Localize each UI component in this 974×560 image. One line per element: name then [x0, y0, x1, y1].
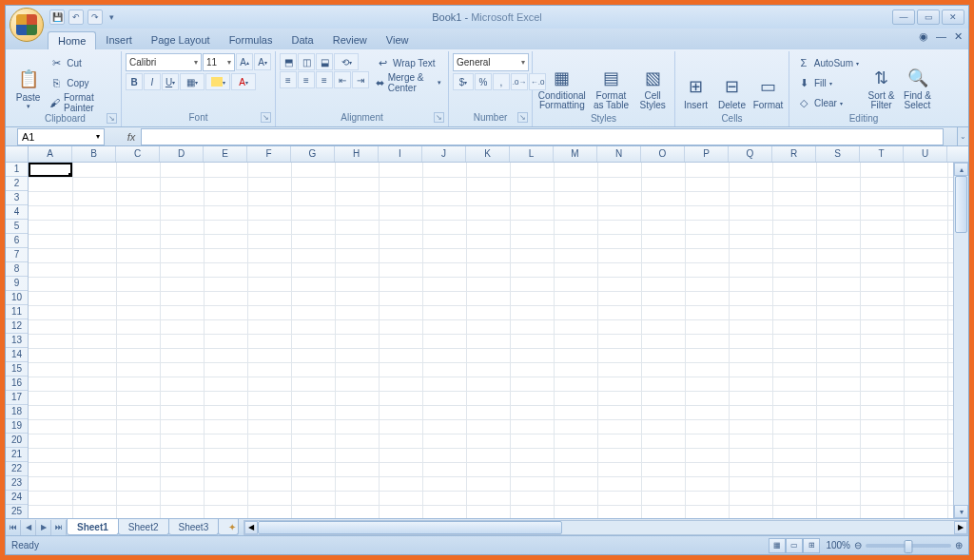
row-header-15[interactable]: 15 [6, 362, 28, 377]
column-header-L[interactable]: L [510, 146, 554, 162]
cell-styles-button[interactable]: ▧Cell Styles [634, 53, 671, 112]
column-header-I[interactable]: I [379, 146, 422, 162]
orientation-button[interactable]: ⟲▾ [334, 53, 359, 70]
align-bottom-button[interactable]: ⬓ [316, 53, 333, 70]
shrink-font-button[interactable]: A▾ [254, 53, 271, 70]
column-header-K[interactable]: K [466, 146, 510, 162]
row-header-3[interactable]: 3 [6, 191, 28, 205]
column-header-D[interactable]: D [160, 146, 204, 162]
hscroll-thumb[interactable] [258, 521, 562, 534]
last-sheet-button[interactable]: ⏭ [51, 520, 67, 535]
clipboard-dialog-launcher[interactable]: ↘ [107, 113, 117, 124]
new-sheet-button[interactable]: ✦ [218, 519, 239, 535]
grow-font-button[interactable]: A▴ [236, 53, 253, 70]
column-header-G[interactable]: G [291, 146, 335, 162]
column-header-J[interactable]: J [422, 146, 466, 162]
row-header-14[interactable]: 14 [6, 348, 28, 362]
sheet-tab-sheet2[interactable]: Sheet2 [118, 519, 169, 535]
number-dialog-launcher[interactable]: ↘ [517, 112, 528, 123]
qat-undo[interactable]: ↶ [68, 10, 84, 25]
tab-home[interactable]: Home [48, 31, 96, 49]
row-header-4[interactable]: 4 [6, 205, 28, 220]
tab-view[interactable]: View [377, 31, 419, 49]
minimize-button[interactable]: — [892, 10, 915, 25]
scroll-right-arrow[interactable]: ▶ [954, 521, 967, 534]
format-as-table-button[interactable]: ▤Format as Table [591, 53, 633, 112]
find-select-button[interactable]: 🔍Find & Select [901, 53, 934, 112]
tab-insert[interactable]: Insert [96, 31, 142, 49]
maximize-button[interactable]: ▭ [917, 10, 940, 25]
row-header-20[interactable]: 20 [6, 434, 28, 448]
accounting-button[interactable]: $▾ [453, 73, 474, 90]
fx-icon[interactable]: fx [124, 131, 139, 143]
column-header-H[interactable]: H [335, 146, 379, 162]
vertical-scrollbar[interactable]: ▴ ▾ [953, 163, 968, 518]
tab-page-layout[interactable]: Page Layout [142, 31, 220, 49]
insert-cells-button[interactable]: ⊞Insert [679, 53, 712, 112]
comma-button[interactable]: , [493, 73, 510, 90]
sort-filter-button[interactable]: ⇅Sort & Filter [865, 53, 898, 112]
align-top-button[interactable]: ⬒ [280, 53, 297, 70]
row-header-11[interactable]: 11 [6, 305, 28, 319]
delete-cells-button[interactable]: ⊟Delete [715, 53, 749, 112]
qat-redo[interactable]: ↷ [88, 10, 103, 25]
scroll-left-arrow[interactable]: ◀ [244, 521, 258, 534]
scroll-up-arrow[interactable]: ▴ [954, 163, 968, 176]
row-header-17[interactable]: 17 [6, 391, 28, 405]
row-header-8[interactable]: 8 [6, 262, 28, 277]
row-header-6[interactable]: 6 [6, 234, 28, 248]
copy-button[interactable]: ⎘Copy [46, 73, 117, 92]
row-header-12[interactable]: 12 [6, 319, 28, 334]
row-header-2[interactable]: 2 [6, 177, 28, 191]
number-format-combo[interactable]: General▾ [453, 53, 529, 71]
column-header-A[interactable]: A [29, 146, 72, 162]
row-header-24[interactable]: 24 [6, 491, 28, 505]
row-header-25[interactable]: 25 [6, 505, 28, 518]
row-header-19[interactable]: 19 [6, 419, 28, 434]
select-all-corner[interactable] [6, 146, 29, 162]
column-header-M[interactable]: M [554, 146, 597, 162]
column-header-E[interactable]: E [204, 146, 247, 162]
fill-button[interactable]: ⬇Fill▾ [793, 73, 862, 92]
close-button[interactable]: ✕ [942, 10, 964, 25]
column-header-U[interactable]: U [904, 146, 947, 162]
page-layout-view-button[interactable]: ▭ [786, 538, 803, 553]
zoom-in-button[interactable]: ⊕ [955, 540, 963, 550]
name-box[interactable]: A1▾ [17, 128, 105, 145]
row-header-16[interactable]: 16 [6, 377, 28, 391]
italic-button[interactable]: I [144, 73, 161, 90]
sheet-tab-sheet3[interactable]: Sheet3 [168, 519, 220, 535]
underline-button[interactable]: U▾ [162, 73, 179, 90]
row-header-7[interactable]: 7 [6, 248, 28, 262]
next-sheet-button[interactable]: ▶ [36, 520, 51, 535]
prev-sheet-button[interactable]: ◀ [21, 520, 36, 535]
autosum-button[interactable]: ΣAutoSum▾ [793, 53, 862, 72]
help-icon[interactable]: ◉ [919, 30, 928, 43]
column-header-S[interactable]: S [816, 146, 860, 162]
column-header-F[interactable]: F [247, 146, 291, 162]
row-header-22[interactable]: 22 [6, 462, 28, 476]
align-center-button[interactable]: ≡ [298, 71, 315, 88]
tab-review[interactable]: Review [323, 31, 377, 49]
ribbon-minimize-icon[interactable]: — [936, 30, 946, 43]
horizontal-scrollbar[interactable]: ◀ ▶ [244, 520, 968, 535]
column-header-R[interactable]: R [772, 146, 816, 162]
row-header-21[interactable]: 21 [6, 448, 28, 462]
align-right-button[interactable]: ≡ [316, 71, 333, 88]
font-family-combo[interactable]: Calibri▾ [126, 53, 202, 71]
page-break-view-button[interactable]: ⊞ [803, 538, 820, 553]
first-sheet-button[interactable]: ⏮ [6, 520, 21, 535]
font-size-combo[interactable]: 11▾ [203, 53, 235, 71]
merge-center-button[interactable]: ⬌Merge & Center▾ [372, 73, 444, 92]
row-header-1[interactable]: 1 [6, 163, 28, 177]
normal-view-button[interactable]: ▦ [769, 538, 786, 553]
column-header-Q[interactable]: Q [729, 146, 772, 162]
column-header-B[interactable]: B [72, 146, 116, 162]
qat-save[interactable]: 💾 [49, 10, 65, 25]
clear-button[interactable]: ◇Clear▾ [793, 93, 862, 112]
scroll-down-arrow[interactable]: ▾ [954, 505, 968, 518]
office-button[interactable] [10, 8, 44, 42]
row-header-5[interactable]: 5 [6, 220, 28, 234]
sheet-tab-sheet1[interactable]: Sheet1 [67, 519, 119, 535]
qat-customize[interactable]: ▾ [107, 10, 116, 25]
